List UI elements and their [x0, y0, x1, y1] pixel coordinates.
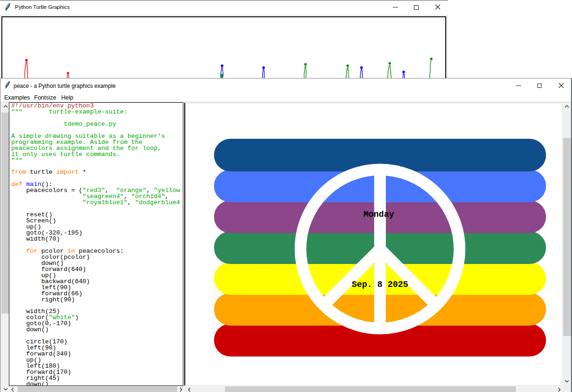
svg-text:Monday: Monday	[363, 210, 394, 219]
svg-text:Sep. 8 2025: Sep. 8 2025	[352, 280, 408, 289]
